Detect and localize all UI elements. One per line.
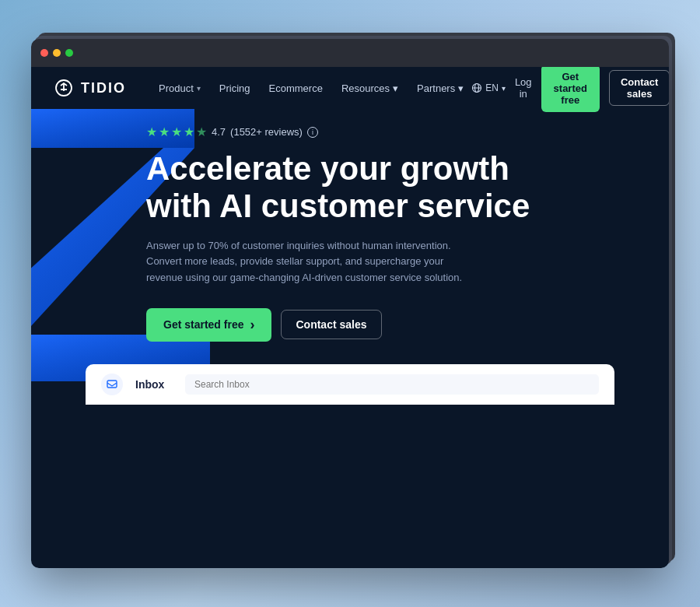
inbox-icon-wrap [101,374,123,395]
star-3: ★ [171,125,182,139]
rating-count: (1552+ reviews) [230,126,303,138]
logo-text: TIDIO [81,80,126,96]
globe-icon [471,82,482,93]
hero-section: ★ ★ ★ ★ ★ 4.7 (1552+ reviews) i Accelera… [31,109,669,405]
star-4: ★ [184,125,194,139]
inbox-label: Inbox [135,378,173,391]
logo[interactable]: TIDIO [53,77,126,99]
info-icon[interactable]: i [307,127,318,138]
star-rating: ★ ★ ★ ★ ★ [146,125,207,139]
get-started-nav-button[interactable]: Get started free [541,67,600,112]
nav-right: EN ▾ Log in Get started free Contact sal… [471,67,669,112]
hero-title-line2: with AI customer service [146,188,530,224]
hero-subtitle: Answer up to 70% of customer inquiries w… [146,238,473,286]
hero-content: ★ ★ ★ ★ ★ 4.7 (1552+ reviews) i Accelera… [53,125,647,342]
nav-item-ecommerce[interactable]: Ecommerce [261,78,331,99]
chevron-down-icon: ▾ [458,82,464,94]
browser-window: TIDIO Product ▾ Pricing Ecommerce R [31,39,669,568]
logo-icon [53,77,75,99]
close-dot[interactable] [40,49,48,57]
nav-item-pricing[interactable]: Pricing [212,78,258,99]
site-content: TIDIO Product ▾ Pricing Ecommerce R [31,67,669,568]
hero-buttons: Get started free › Contact sales [146,308,647,342]
lang-chevron-icon: ▾ [502,84,506,93]
star-2: ★ [159,125,170,139]
hero-title-line1: Accelerate your growth [146,150,509,187]
chevron-down-icon: ▾ [197,84,201,93]
inbox-preview-bar: Inbox [86,364,614,405]
login-button[interactable]: Log in [515,76,532,100]
fullscreen-dot[interactable] [65,49,73,57]
browser-chrome [31,39,669,67]
hero-get-started-button[interactable]: Get started free › [146,308,271,342]
hero-contact-sales-button[interactable]: Contact sales [281,310,381,339]
chevron-down-icon: ▾ [393,82,398,94]
language-selector[interactable]: EN ▾ [471,82,506,93]
nav-item-product[interactable]: Product ▾ [151,78,208,99]
hero-title: Accelerate your growth with AI customer … [146,150,582,226]
rating-row: ★ ★ ★ ★ ★ 4.7 (1552+ reviews) i [146,125,647,139]
rating-value: 4.7 [212,126,226,138]
search-inbox-input[interactable] [185,374,599,395]
navbar: TIDIO Product ▾ Pricing Ecommerce R [31,67,669,109]
nav-links: Product ▾ Pricing Ecommerce Resources ▾ [151,78,471,99]
inbox-icon [106,378,118,391]
nav-item-partners[interactable]: Partners ▾ [409,78,471,99]
star-5-half: ★ [196,125,207,139]
minimize-dot[interactable] [53,49,61,57]
star-1: ★ [146,125,157,139]
contact-sales-nav-button[interactable]: Contact sales [609,70,669,106]
nav-item-resources[interactable]: Resources ▾ [334,78,406,99]
